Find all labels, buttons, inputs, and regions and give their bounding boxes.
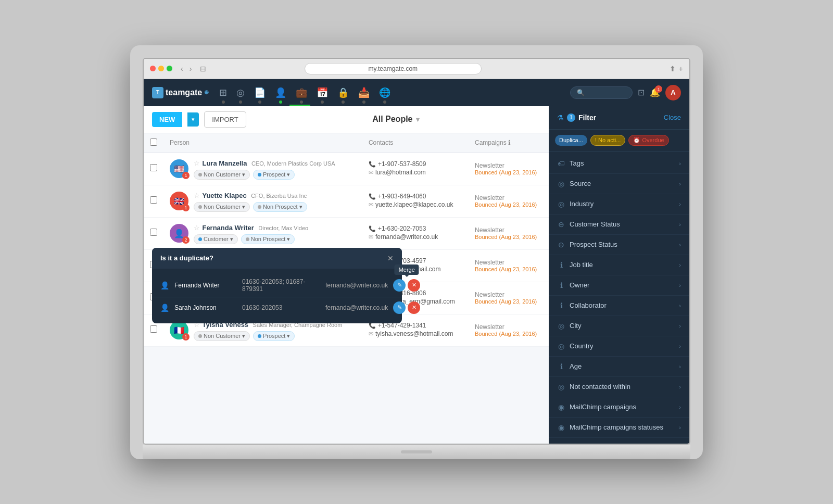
nav-icon-globe[interactable]: 🌐 xyxy=(379,87,390,98)
nav-icon-lock[interactable]: 🔒 xyxy=(337,87,349,98)
filter-item-label: Customer Status xyxy=(570,220,620,228)
fullscreen-button-tl[interactable] xyxy=(167,66,172,71)
filter-item-job-title[interactable]: ℹ Job title › xyxy=(549,255,689,275)
filter-item-collaborator[interactable]: ℹ Collaborator › xyxy=(549,296,689,316)
row-checkbox[interactable] xyxy=(150,164,157,171)
filter-item-age[interactable]: ℹ Age › xyxy=(549,357,689,377)
edit-duplicate-button[interactable]: ✎ xyxy=(393,301,406,314)
row-checkbox-cell xyxy=(144,153,163,185)
email-item: ✉ yuette.klapec@klapec.co.uk xyxy=(369,201,462,208)
filter-item-mailchimp-campaigns-statuses[interactable]: ◉ MailChimp campaigns statuses › xyxy=(549,418,689,438)
prospect-status-dropdown[interactable]: Prospect ▾ xyxy=(253,170,295,180)
phone-item: 📞 +1-903-649-4060 xyxy=(369,193,462,200)
dismiss-duplicate-button[interactable]: ✕ xyxy=(408,301,420,314)
person-name[interactable]: Fernanda Writer xyxy=(202,224,254,232)
campaign-name: Newsletter xyxy=(475,323,542,331)
star-icon[interactable]: ☆ xyxy=(194,159,200,167)
modal-person-name: Sarah Johnson xyxy=(174,304,237,311)
modal-row-actions: ✎ ✕ xyxy=(393,301,420,314)
modal-close-button[interactable]: ✕ xyxy=(387,254,394,262)
nav-extra-icon[interactable]: ⊡ xyxy=(638,87,645,97)
phone-value: +1-903-649-4060 xyxy=(378,193,426,200)
nav-logo[interactable]: T teamgate ⊕ xyxy=(152,87,209,98)
filter-item-icon: ℹ xyxy=(557,362,565,371)
person-job-title: Director, Max Video xyxy=(258,225,308,231)
filter-item-source[interactable]: ◎ Source › xyxy=(549,174,689,194)
new-button[interactable]: NEW xyxy=(152,112,182,127)
url-bar[interactable]: my.teamgate.com xyxy=(305,63,482,74)
filter-item-tags[interactable]: 🏷 Tags › xyxy=(549,154,689,174)
customer-status-dropdown[interactable]: Customer ▾ xyxy=(194,234,238,244)
prospect-dot xyxy=(258,205,261,209)
dropdown-caret: ▾ xyxy=(242,171,245,178)
modal-email: fernanda@writer.co.uk xyxy=(325,304,388,311)
table-row: 🇺🇸 1 ☆ Lura Manzella CEO, Modern Plastic… xyxy=(144,153,549,185)
dismiss-duplicate-button[interactable]: ✕ xyxy=(408,279,420,292)
search-bar[interactable]: 🔍 xyxy=(570,86,633,99)
person-tags: Non Customer ▾ Prospect ▾ xyxy=(194,170,356,180)
nav-icon-inbox[interactable]: 📥 xyxy=(358,87,370,98)
filter-item-mailchimp-campaigns[interactable]: ◉ MailChimp campaigns › xyxy=(549,397,689,418)
campaign-name: Newsletter xyxy=(475,226,542,234)
nav-icon-calendar[interactable]: 📅 xyxy=(317,87,328,98)
prospect-status-dropdown[interactable]: Non Prospect ▾ xyxy=(241,234,295,244)
star-icon[interactable]: ☆ xyxy=(194,224,200,232)
filter-chevron-icon: › xyxy=(679,282,681,288)
minimize-button-tl[interactable] xyxy=(158,66,164,71)
person-avatar-wrapper: 🇫🇷 1 xyxy=(170,321,188,339)
prospect-status-dropdown[interactable]: Non Prospect ▾ xyxy=(253,202,307,212)
close-button-tl[interactable] xyxy=(150,66,156,71)
forward-button[interactable]: › xyxy=(187,64,194,74)
filter-chevron-icon: › xyxy=(679,303,681,309)
prospect-status-dropdown[interactable]: Prospect ▾ xyxy=(253,331,295,341)
filter-chip[interactable]: ⏰ Overdue xyxy=(628,135,668,146)
star-icon[interactable]: ☆ xyxy=(194,192,200,199)
customer-status-dropdown[interactable]: Non Customer ▾ xyxy=(194,202,250,212)
nav-icon-doc[interactable]: 📄 xyxy=(254,87,266,98)
new-caret-button[interactable]: ▾ xyxy=(187,112,199,127)
filter-item-city[interactable]: ◎ City › xyxy=(549,316,689,336)
row-checkbox[interactable] xyxy=(150,325,157,333)
edit-duplicate-button[interactable]: ✎ xyxy=(393,279,406,292)
filter-item-owner[interactable]: ℹ Owner › xyxy=(549,275,689,296)
filter-item-country[interactable]: ◎ Country › xyxy=(549,336,689,357)
page-title-caret[interactable]: ▾ xyxy=(416,116,420,123)
customer-status-dropdown[interactable]: Non Customer ▾ xyxy=(194,331,250,341)
filter-chip[interactable]: ! No acti... xyxy=(590,135,626,146)
nav-icon-grid[interactable]: ⊞ xyxy=(219,87,227,98)
person-name[interactable]: Yuette Klapec xyxy=(202,192,246,199)
person-name[interactable]: Lura Manzella xyxy=(202,159,247,167)
laptop-screen: ‹ › ⊟ my.teamgate.com ⬆ + T teamgate ⊕ xyxy=(143,58,690,445)
nav-icon-briefcase[interactable]: 💼 xyxy=(296,87,307,98)
th-person: Person xyxy=(163,133,362,153)
sidebar-toggle-icon[interactable]: ⊟ xyxy=(200,65,206,73)
filter-item-prospect-status[interactable]: ⊖ Prospect Status › xyxy=(549,235,689,255)
import-button[interactable]: IMPORT xyxy=(204,111,246,128)
select-all-checkbox[interactable] xyxy=(150,138,157,146)
customer-status-dropdown[interactable]: Non Customer ▾ xyxy=(194,170,250,180)
share-icon[interactable]: ⬆ xyxy=(670,65,676,73)
person-tags: Non Customer ▾ Prospect ▾ xyxy=(194,331,356,341)
filter-item-left: ⊖ Customer Status xyxy=(557,220,620,229)
filter-item-label: Not contacted within xyxy=(570,383,630,390)
user-avatar[interactable]: A xyxy=(665,85,681,100)
nav-icon-people[interactable]: 👤 xyxy=(275,87,286,98)
person-job-title: CFO, Bizerba Usa Inc xyxy=(251,193,307,199)
filter-item-not-contacted-within[interactable]: ◎ Not contacted within › xyxy=(549,377,689,397)
filter-chip[interactable]: Duplica... xyxy=(555,135,587,146)
filter-item-left: ◎ Source xyxy=(557,180,591,188)
filter-item-industry[interactable]: ◎ Industry › xyxy=(549,194,689,215)
filter-item-customer-status[interactable]: ⊖ Customer Status › xyxy=(549,215,689,235)
email-icon: ✉ xyxy=(369,169,373,176)
filter-item-icon: ◎ xyxy=(557,383,565,391)
row-checkbox-cell xyxy=(144,217,163,249)
nav-icon-target[interactable]: ◎ xyxy=(236,87,245,98)
add-tab-icon[interactable]: + xyxy=(679,65,683,73)
row-checkbox[interactable] xyxy=(150,196,157,204)
filter-close-button[interactable]: Close xyxy=(664,114,681,121)
notification-icon[interactable]: 🔔 1 xyxy=(650,87,660,97)
row-checkbox-cell xyxy=(144,185,163,217)
row-checkbox[interactable] xyxy=(150,229,157,236)
back-button[interactable]: ‹ xyxy=(179,64,185,74)
nav-icons: ⊞ ◎ 📄 👤 💼 xyxy=(219,87,390,98)
